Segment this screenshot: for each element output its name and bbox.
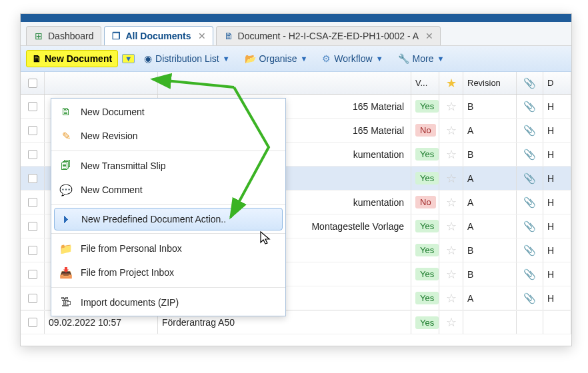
header-attachment[interactable]: 📎 <box>517 72 543 94</box>
button-label: New Document <box>45 53 112 64</box>
star-icon[interactable]: ☆ <box>446 267 457 282</box>
menu-label: New Document <box>81 107 145 117</box>
paperclip-icon: 📎 <box>523 101 536 113</box>
document-add-icon: 🗎 <box>32 53 41 64</box>
star-icon[interactable]: ☆ <box>446 147 457 162</box>
menu-personal-inbox[interactable]: 📁 File from Personal Inbox <box>51 236 285 260</box>
distribution-list-button[interactable]: ◉ Distribution List ▼ <box>139 51 235 67</box>
star-icon[interactable]: ☆ <box>446 195 457 210</box>
row-checkbox[interactable] <box>28 294 37 303</box>
tab-label: Dashboard <box>48 31 94 41</box>
row-d: H <box>543 214 571 238</box>
menu-label: New Transmittal Slip <box>81 161 166 171</box>
documents-icon: ❐ <box>111 31 122 41</box>
pencil-icon: ✎ <box>59 129 73 143</box>
validated-badge: Yes <box>415 220 439 232</box>
row-revision: A <box>463 214 517 238</box>
folder-icon: 📂 <box>245 53 256 64</box>
menu-project-inbox[interactable]: 📥 File from Project Inbox <box>51 260 285 284</box>
tab-all-documents[interactable]: ❐ All Documents ✕ <box>104 26 213 45</box>
menu-new-revision[interactable]: ✎ New Revision <box>51 124 285 148</box>
header-date[interactable] <box>45 72 158 94</box>
row-revision: B <box>463 262 517 286</box>
document-add-icon: 🗎 <box>59 105 73 119</box>
tab-label: All Documents <box>126 31 191 41</box>
chevron-down-icon[interactable]: ▼ <box>122 54 135 63</box>
new-document-dropdown: 🗎 New Document ✎ New Revision 🗐 New Tran… <box>51 98 286 316</box>
row-d: H <box>543 190 571 214</box>
chevron-down-icon: ▼ <box>300 55 307 63</box>
menu-predefined-action[interactable]: ⏵ New Predefined Document Action.. <box>54 208 283 230</box>
row-checkbox[interactable] <box>28 198 37 207</box>
validated-badge: No <box>415 124 436 137</box>
row-checkbox[interactable] <box>28 126 37 135</box>
menu-label: New Predefined Document Action.. <box>81 214 226 224</box>
row-checkbox[interactable] <box>28 150 37 159</box>
row-d: H <box>543 286 571 310</box>
workflow-button[interactable]: ⚙ Workflow ▼ <box>317 51 388 67</box>
row-revision: A <box>463 119 517 142</box>
more-button[interactable]: 🔧 More ▼ <box>393 51 450 67</box>
row-attachment <box>517 311 543 334</box>
header-v[interactable]: V... <box>411 72 439 94</box>
distribution-icon: ◉ <box>144 53 152 64</box>
paperclip-icon: 📎 <box>523 268 536 280</box>
close-icon[interactable]: ✕ <box>198 31 206 41</box>
header-favorite[interactable]: ★ <box>439 72 463 94</box>
validated-badge: Yes <box>415 292 439 304</box>
separator <box>51 287 285 288</box>
grid-icon: ⊞ <box>33 31 44 41</box>
tab-bar: ⊞ Dashboard ❐ All Documents ✕ 🗎 Document… <box>21 22 571 46</box>
row-checkbox[interactable] <box>28 318 37 327</box>
row-checkbox[interactable] <box>28 246 37 255</box>
row-revision: A <box>463 190 517 214</box>
button-label: Organise <box>259 53 297 64</box>
validated-badge: Yes <box>415 244 439 256</box>
star-icon[interactable]: ☆ <box>446 123 457 138</box>
star-icon[interactable]: ☆ <box>446 171 457 186</box>
row-checkbox[interactable] <box>28 174 37 183</box>
button-label: Distribution List <box>155 53 219 64</box>
menu-new-document[interactable]: 🗎 New Document <box>51 100 285 124</box>
paperclip-icon: 📎 <box>523 149 536 161</box>
separator <box>51 151 285 151</box>
menu-label: File from Personal Inbox <box>81 243 182 254</box>
header-checkbox[interactable] <box>21 72 45 94</box>
header-description[interactable] <box>158 72 411 94</box>
paperclip-icon: 📎 <box>523 125 536 137</box>
star-icon[interactable]: ☆ <box>446 315 457 330</box>
organise-button[interactable]: 📂 Organise ▼ <box>239 51 313 67</box>
row-revision <box>463 311 517 334</box>
tab-document-detail[interactable]: 🗎 Document - H2-I-CSA-ZE-ED-PH1-0002 - A… <box>216 26 441 45</box>
tab-dashboard[interactable]: ⊞ Dashboard <box>26 26 101 45</box>
row-d: H <box>543 95 571 118</box>
project-inbox-icon: 📥 <box>59 266 73 279</box>
star-icon[interactable]: ☆ <box>446 99 457 114</box>
row-revision: A <box>463 286 517 310</box>
button-label: More <box>413 53 434 64</box>
header-d[interactable]: D <box>543 72 571 94</box>
table-header: V... ★ Revision 📎 D <box>21 72 571 95</box>
menu-label: File from Project Inbox <box>81 267 174 278</box>
row-checkbox[interactable] <box>28 222 37 231</box>
menu-import-zip[interactable]: 🗜 Import documents (ZIP) <box>51 290 285 314</box>
paperclip-icon: 📎 <box>523 173 536 185</box>
star-icon[interactable]: ☆ <box>446 291 457 306</box>
row-d: H <box>543 143 571 166</box>
close-icon[interactable]: ✕ <box>425 31 433 41</box>
row-checkbox[interactable] <box>28 270 37 279</box>
menu-new-transmittal[interactable]: 🗐 New Transmittal Slip <box>51 154 285 178</box>
document-icon: 🗎 <box>223 31 234 41</box>
header-revision[interactable]: Revision <box>463 72 517 94</box>
star-icon[interactable]: ☆ <box>446 219 457 234</box>
star-icon[interactable]: ☆ <box>446 243 457 258</box>
menu-new-comment[interactable]: 💬 New Comment <box>51 178 285 202</box>
new-document-button[interactable]: 🗎 New Document <box>26 50 118 67</box>
comment-icon: 💬 <box>59 183 73 196</box>
paperclip-icon: 📎 <box>523 244 536 256</box>
zip-icon: 🗜 <box>59 296 73 309</box>
toolbar: 🗎 New Document ▼ ◉ Distribution List ▼ 📂… <box>21 46 571 72</box>
row-checkbox[interactable] <box>28 102 37 111</box>
tab-label: Document - H2-I-CSA-ZE-ED-PH1-0002 - A <box>238 31 419 41</box>
row-revision: B <box>463 95 517 118</box>
